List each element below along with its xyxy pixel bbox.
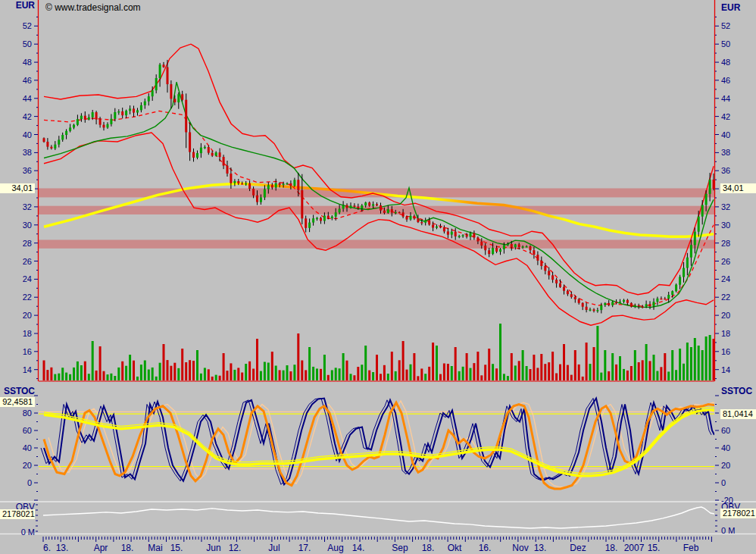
sstoc-axis-label-right: 40 — [721, 443, 730, 453]
chart-window: EUR © www.tradesignal.com EUR SSTOC SSTO… — [0, 0, 756, 554]
price-axis-label-left: 22 — [0, 293, 32, 302]
obv-value-box-right: 2178021 — [720, 509, 756, 518]
price-axis-label-right: 14 — [721, 365, 730, 375]
price-axis-label-left: 14 — [0, 365, 32, 375]
price-axis-label-left: 16 — [0, 347, 32, 357]
price-axis-label-right: 48 — [721, 58, 730, 67]
x-axis-label: 14. — [352, 543, 365, 553]
price-axis-label-left: 52 — [0, 21, 32, 31]
x-axis-label: 13. — [56, 543, 69, 553]
x-axis-label: Feb — [683, 543, 699, 553]
price-axis-label-left: 50 — [0, 39, 32, 49]
x-axis-label: Aug — [327, 543, 343, 553]
price-axis-label-right: 36 — [721, 166, 730, 176]
price-axis-label-left: 36 — [0, 166, 32, 176]
sstoc-axis-label-left: 80 — [0, 408, 32, 418]
price-axis-label-right: 46 — [721, 76, 730, 86]
sstoc-axis-label-left: 40 — [0, 443, 32, 453]
x-axis-label: Nov — [512, 543, 528, 553]
price-axis-label-right: 20 — [721, 311, 730, 321]
sstoc-value-box-left: 92,4581 — [0, 397, 35, 407]
sstoc-axis-label-right: -20 — [721, 496, 733, 505]
price-axis-label-left: 40 — [0, 130, 32, 140]
current-price-box-left: 34,01 — [0, 183, 35, 193]
price-axis-label-left: 30 — [0, 221, 32, 230]
price-axis-label-right: 42 — [721, 112, 730, 122]
sstoc-axis-label-left: 0 — [0, 478, 32, 488]
obv-plot-area[interactable] — [39, 502, 714, 534]
sstoc-value-box-right: 81,0414 — [720, 409, 756, 419]
sstoc-label-right: SSTOC — [721, 386, 752, 396]
x-axis-label: 2007 — [624, 543, 645, 553]
price-axis-label-left: 48 — [0, 58, 32, 67]
price-axis-label-left: 26 — [0, 257, 32, 267]
sstoc-axis-label-right: 60 — [721, 426, 730, 436]
price-axis-label-left: 24 — [0, 274, 32, 284]
x-axis-label: 18. — [121, 543, 134, 553]
sstoc-axis-label-right: 0 — [721, 478, 726, 488]
sstoc-axis-label-left: 20 — [0, 461, 32, 471]
price-axis-label-right: 22 — [721, 293, 730, 302]
x-axis-label: Jul — [268, 543, 280, 553]
x-axis-label: 6. — [43, 543, 51, 553]
price-axis-label-right: 40 — [721, 130, 730, 140]
watermark: © www.tradesignal.com — [45, 2, 141, 13]
obv-zero-label-left: 0 M — [0, 527, 35, 537]
price-axis-label-left: 42 — [0, 112, 32, 122]
sstoc-label-left: SSTOC — [0, 386, 35, 396]
price-axis-label-right: 30 — [721, 221, 730, 230]
x-axis-label: Dez — [570, 543, 586, 553]
price-axis-label-right: 18 — [721, 329, 730, 339]
price-axis-label-left: 38 — [0, 148, 32, 158]
price-axis-label-right: 28 — [721, 239, 730, 249]
x-axis-label: Sep — [392, 543, 408, 553]
obv-value-box-left: 2178021 — [0, 509, 35, 519]
x-axis-label: 18. — [422, 543, 435, 553]
currency-label-right: EUR — [721, 2, 740, 13]
price-axis-label-left: 32 — [0, 202, 32, 212]
price-axis-label-left: 44 — [0, 94, 32, 104]
price-axis-label-right: 52 — [721, 21, 730, 31]
price-axis-label-right: 26 — [721, 257, 730, 267]
x-axis-label: 18. — [605, 543, 618, 553]
price-axis-label-right: 44 — [721, 94, 730, 104]
price-axis-label-right: 50 — [721, 39, 730, 49]
price-axis-label-right: 38 — [721, 148, 730, 158]
x-axis-label: Jun — [206, 543, 220, 553]
x-axis-label: 15. — [170, 543, 183, 553]
current-price-box-right: 34,01 — [720, 183, 756, 193]
price-axis-label-left: 18 — [0, 329, 32, 339]
price-axis-label-left: 46 — [0, 76, 32, 86]
x-axis-label: Mai — [148, 543, 162, 553]
obv-zero-label-right: 0 M — [721, 526, 735, 536]
x-axis-label: Okt — [448, 543, 462, 553]
sstoc-axis-label-right: 20 — [721, 461, 730, 471]
x-axis-label: 13. — [534, 543, 547, 553]
x-axis-ticks — [43, 537, 711, 542]
x-axis-label: Apr — [94, 543, 108, 553]
chart-canvas[interactable] — [0, 0, 756, 554]
sstoc-axis-label-left: 60 — [0, 426, 32, 436]
sstoc-plot-area[interactable] — [39, 388, 714, 502]
main-plot-area[interactable] — [39, 0, 714, 381]
x-axis-label: 17. — [298, 543, 311, 553]
price-axis-label-right: 24 — [721, 274, 730, 284]
x-axis-label: 12. — [229, 543, 242, 553]
price-axis-label-right: 16 — [721, 347, 730, 357]
price-axis-label-left: 28 — [0, 239, 32, 249]
x-axis-label: 16. — [479, 543, 492, 553]
currency-label-left: EUR — [0, 0, 35, 11]
price-axis-label-right: 32 — [721, 202, 730, 212]
price-axis-label-left: 20 — [0, 311, 32, 321]
x-axis-label: 15. — [648, 543, 661, 553]
